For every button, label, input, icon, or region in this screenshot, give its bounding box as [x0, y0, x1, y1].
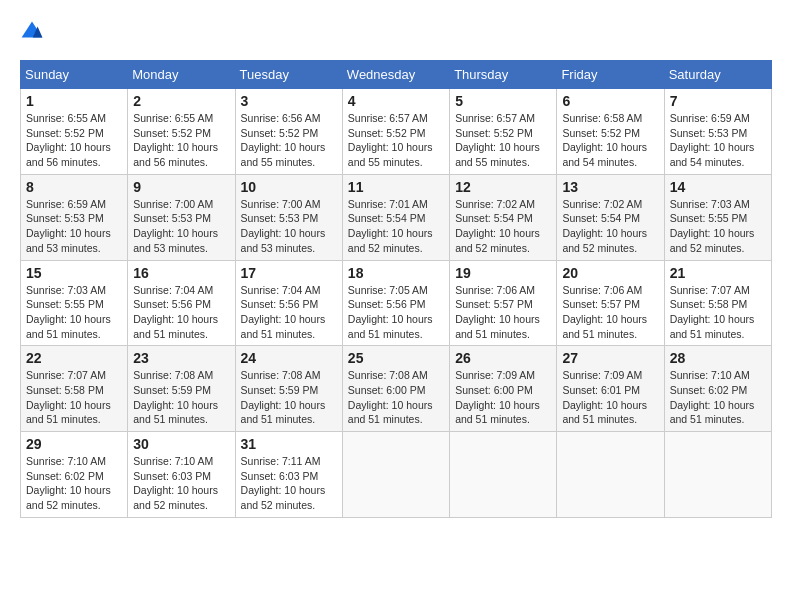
weekday-monday: Monday: [128, 61, 235, 89]
day-number: 26: [455, 350, 551, 366]
day-info: Sunrise: 7:10 AM Sunset: 6:02 PM Dayligh…: [26, 454, 122, 513]
day-number: 21: [670, 265, 766, 281]
day-number: 20: [562, 265, 658, 281]
calendar-day-15: 15Sunrise: 7:03 AM Sunset: 5:55 PM Dayli…: [21, 260, 128, 346]
day-number: 27: [562, 350, 658, 366]
day-info: Sunrise: 6:59 AM Sunset: 5:53 PM Dayligh…: [670, 111, 766, 170]
day-info: Sunrise: 7:03 AM Sunset: 5:55 PM Dayligh…: [670, 197, 766, 256]
day-number: 19: [455, 265, 551, 281]
day-number: 10: [241, 179, 337, 195]
calendar-week-2: 8Sunrise: 6:59 AM Sunset: 5:53 PM Daylig…: [21, 174, 772, 260]
logo: [20, 20, 48, 44]
calendar-day-3: 3Sunrise: 6:56 AM Sunset: 5:52 PM Daylig…: [235, 89, 342, 175]
calendar-day-16: 16Sunrise: 7:04 AM Sunset: 5:56 PM Dayli…: [128, 260, 235, 346]
weekday-sunday: Sunday: [21, 61, 128, 89]
empty-cell: [450, 432, 557, 518]
day-number: 7: [670, 93, 766, 109]
day-info: Sunrise: 7:07 AM Sunset: 5:58 PM Dayligh…: [670, 283, 766, 342]
calendar-day-17: 17Sunrise: 7:04 AM Sunset: 5:56 PM Dayli…: [235, 260, 342, 346]
day-number: 22: [26, 350, 122, 366]
calendar-table: SundayMondayTuesdayWednesdayThursdayFrid…: [20, 60, 772, 518]
calendar-day-9: 9Sunrise: 7:00 AM Sunset: 5:53 PM Daylig…: [128, 174, 235, 260]
day-number: 12: [455, 179, 551, 195]
day-number: 5: [455, 93, 551, 109]
day-info: Sunrise: 7:00 AM Sunset: 5:53 PM Dayligh…: [133, 197, 229, 256]
calendar-day-4: 4Sunrise: 6:57 AM Sunset: 5:52 PM Daylig…: [342, 89, 449, 175]
day-info: Sunrise: 7:08 AM Sunset: 5:59 PM Dayligh…: [241, 368, 337, 427]
calendar-day-23: 23Sunrise: 7:08 AM Sunset: 5:59 PM Dayli…: [128, 346, 235, 432]
calendar-week-1: 1Sunrise: 6:55 AM Sunset: 5:52 PM Daylig…: [21, 89, 772, 175]
day-number: 13: [562, 179, 658, 195]
day-number: 31: [241, 436, 337, 452]
day-number: 1: [26, 93, 122, 109]
calendar-day-24: 24Sunrise: 7:08 AM Sunset: 5:59 PM Dayli…: [235, 346, 342, 432]
page-header: [20, 20, 772, 44]
day-info: Sunrise: 6:55 AM Sunset: 5:52 PM Dayligh…: [26, 111, 122, 170]
day-number: 23: [133, 350, 229, 366]
calendar-day-25: 25Sunrise: 7:08 AM Sunset: 6:00 PM Dayli…: [342, 346, 449, 432]
day-info: Sunrise: 6:56 AM Sunset: 5:52 PM Dayligh…: [241, 111, 337, 170]
day-number: 17: [241, 265, 337, 281]
day-number: 8: [26, 179, 122, 195]
calendar-day-2: 2Sunrise: 6:55 AM Sunset: 5:52 PM Daylig…: [128, 89, 235, 175]
day-info: Sunrise: 7:10 AM Sunset: 6:03 PM Dayligh…: [133, 454, 229, 513]
calendar-day-19: 19Sunrise: 7:06 AM Sunset: 5:57 PM Dayli…: [450, 260, 557, 346]
day-info: Sunrise: 7:07 AM Sunset: 5:58 PM Dayligh…: [26, 368, 122, 427]
weekday-thursday: Thursday: [450, 61, 557, 89]
weekday-saturday: Saturday: [664, 61, 771, 89]
calendar-day-6: 6Sunrise: 6:58 AM Sunset: 5:52 PM Daylig…: [557, 89, 664, 175]
day-number: 29: [26, 436, 122, 452]
day-info: Sunrise: 7:08 AM Sunset: 6:00 PM Dayligh…: [348, 368, 444, 427]
calendar-day-30: 30Sunrise: 7:10 AM Sunset: 6:03 PM Dayli…: [128, 432, 235, 518]
day-info: Sunrise: 6:57 AM Sunset: 5:52 PM Dayligh…: [348, 111, 444, 170]
day-number: 30: [133, 436, 229, 452]
day-info: Sunrise: 7:04 AM Sunset: 5:56 PM Dayligh…: [241, 283, 337, 342]
calendar-day-20: 20Sunrise: 7:06 AM Sunset: 5:57 PM Dayli…: [557, 260, 664, 346]
day-info: Sunrise: 7:09 AM Sunset: 6:00 PM Dayligh…: [455, 368, 551, 427]
calendar-body: 1Sunrise: 6:55 AM Sunset: 5:52 PM Daylig…: [21, 89, 772, 518]
day-number: 9: [133, 179, 229, 195]
calendar-day-7: 7Sunrise: 6:59 AM Sunset: 5:53 PM Daylig…: [664, 89, 771, 175]
day-number: 18: [348, 265, 444, 281]
calendar-day-29: 29Sunrise: 7:10 AM Sunset: 6:02 PM Dayli…: [21, 432, 128, 518]
weekday-header-row: SundayMondayTuesdayWednesdayThursdayFrid…: [21, 61, 772, 89]
day-number: 3: [241, 93, 337, 109]
calendar-day-26: 26Sunrise: 7:09 AM Sunset: 6:00 PM Dayli…: [450, 346, 557, 432]
day-number: 15: [26, 265, 122, 281]
day-info: Sunrise: 7:06 AM Sunset: 5:57 PM Dayligh…: [455, 283, 551, 342]
day-number: 11: [348, 179, 444, 195]
day-info: Sunrise: 7:01 AM Sunset: 5:54 PM Dayligh…: [348, 197, 444, 256]
empty-cell: [342, 432, 449, 518]
day-info: Sunrise: 6:59 AM Sunset: 5:53 PM Dayligh…: [26, 197, 122, 256]
empty-cell: [664, 432, 771, 518]
weekday-tuesday: Tuesday: [235, 61, 342, 89]
calendar-day-5: 5Sunrise: 6:57 AM Sunset: 5:52 PM Daylig…: [450, 89, 557, 175]
day-number: 24: [241, 350, 337, 366]
day-info: Sunrise: 7:11 AM Sunset: 6:03 PM Dayligh…: [241, 454, 337, 513]
day-info: Sunrise: 7:06 AM Sunset: 5:57 PM Dayligh…: [562, 283, 658, 342]
calendar-day-21: 21Sunrise: 7:07 AM Sunset: 5:58 PM Dayli…: [664, 260, 771, 346]
day-info: Sunrise: 6:58 AM Sunset: 5:52 PM Dayligh…: [562, 111, 658, 170]
calendar-day-18: 18Sunrise: 7:05 AM Sunset: 5:56 PM Dayli…: [342, 260, 449, 346]
calendar-day-22: 22Sunrise: 7:07 AM Sunset: 5:58 PM Dayli…: [21, 346, 128, 432]
day-info: Sunrise: 7:00 AM Sunset: 5:53 PM Dayligh…: [241, 197, 337, 256]
calendar-day-12: 12Sunrise: 7:02 AM Sunset: 5:54 PM Dayli…: [450, 174, 557, 260]
weekday-wednesday: Wednesday: [342, 61, 449, 89]
day-number: 16: [133, 265, 229, 281]
calendar-week-4: 22Sunrise: 7:07 AM Sunset: 5:58 PM Dayli…: [21, 346, 772, 432]
day-number: 2: [133, 93, 229, 109]
day-info: Sunrise: 7:03 AM Sunset: 5:55 PM Dayligh…: [26, 283, 122, 342]
day-info: Sunrise: 7:08 AM Sunset: 5:59 PM Dayligh…: [133, 368, 229, 427]
logo-icon: [20, 20, 44, 44]
day-number: 14: [670, 179, 766, 195]
calendar-day-14: 14Sunrise: 7:03 AM Sunset: 5:55 PM Dayli…: [664, 174, 771, 260]
calendar-day-13: 13Sunrise: 7:02 AM Sunset: 5:54 PM Dayli…: [557, 174, 664, 260]
calendar-day-31: 31Sunrise: 7:11 AM Sunset: 6:03 PM Dayli…: [235, 432, 342, 518]
calendar-day-8: 8Sunrise: 6:59 AM Sunset: 5:53 PM Daylig…: [21, 174, 128, 260]
calendar-week-5: 29Sunrise: 7:10 AM Sunset: 6:02 PM Dayli…: [21, 432, 772, 518]
day-info: Sunrise: 7:02 AM Sunset: 5:54 PM Dayligh…: [455, 197, 551, 256]
calendar-day-10: 10Sunrise: 7:00 AM Sunset: 5:53 PM Dayli…: [235, 174, 342, 260]
calendar-day-11: 11Sunrise: 7:01 AM Sunset: 5:54 PM Dayli…: [342, 174, 449, 260]
calendar-week-3: 15Sunrise: 7:03 AM Sunset: 5:55 PM Dayli…: [21, 260, 772, 346]
day-info: Sunrise: 6:55 AM Sunset: 5:52 PM Dayligh…: [133, 111, 229, 170]
